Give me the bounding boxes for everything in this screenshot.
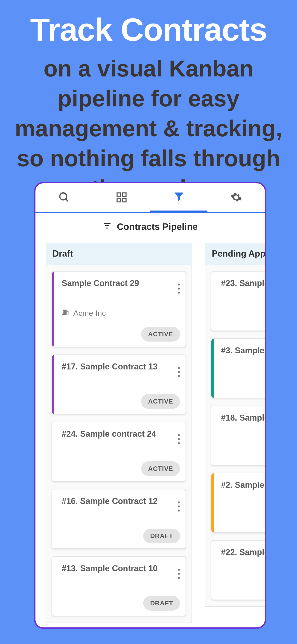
page-title: Contracts Pipeline (117, 222, 198, 232)
svg-point-20 (178, 510, 180, 512)
kebab-icon (178, 290, 180, 294)
card-title: #23. Sample contract 23 (221, 278, 266, 288)
status-pill: ACTIVE (141, 327, 180, 342)
kanban-card[interactable]: #22. Sample Contract 22 PENDING (211, 540, 266, 600)
svg-rect-4 (117, 198, 120, 202)
svg-rect-5 (122, 198, 126, 202)
card-title: #2. Sample Draft 2 (221, 480, 266, 490)
kebab-icon (178, 441, 180, 445)
svg-point-16 (178, 438, 180, 440)
card-title: #13. Sample Contract 10 (62, 564, 179, 573)
card-company-name: Acme Inc (73, 309, 106, 318)
kebab-icon (178, 374, 180, 378)
kanban-card[interactable]: #18. Sample Contract 18 PENDING (211, 406, 266, 466)
kebab-icon (178, 576, 180, 580)
svg-point-21 (178, 569, 180, 571)
card-title: #17. Sample Contract 13 (62, 362, 179, 372)
svg-point-18 (178, 502, 180, 504)
card-title: Sample Contract 29 (62, 278, 179, 288)
svg-point-10 (178, 288, 180, 290)
status-pill: ACTIVE (141, 461, 180, 476)
card-stripe (211, 473, 214, 532)
card-menu-button[interactable] (178, 569, 180, 580)
kanban-card[interactable]: #13. Sample Contract 10 DRAFT (52, 556, 186, 616)
kanban-card[interactable]: #3. Sample Contract 3 PENDING (211, 338, 266, 398)
svg-point-19 (178, 506, 180, 508)
svg-rect-2 (117, 193, 120, 196)
column-header: Pending Approval (205, 243, 266, 265)
card-menu-button[interactable] (178, 502, 180, 512)
column-body: #23. Sample contract 23 PENDING #3. Samp… (205, 265, 266, 607)
kanban-column-draft: Draft Sample Contract 29 Acme Inc ACTIVE (46, 243, 192, 623)
svg-line-1 (66, 199, 68, 202)
kanban-card[interactable]: #17. Sample Contract 13 ACTIVE (52, 354, 186, 414)
svg-point-22 (178, 573, 180, 575)
promo-subtitle: on a visual Kanban pipeline for easy man… (0, 54, 297, 203)
svg-point-13 (178, 371, 180, 373)
card-menu-button[interactable] (178, 434, 180, 445)
status-pill: DRAFT (143, 596, 180, 610)
svg-point-11 (178, 292, 180, 294)
kanban-card[interactable]: Sample Contract 29 Acme Inc ACTIVE (52, 271, 186, 347)
svg-point-15 (178, 434, 180, 436)
building-icon (62, 308, 69, 318)
search-tab[interactable] (36, 183, 93, 212)
svg-point-23 (178, 577, 180, 579)
filter-tab[interactable] (150, 183, 208, 212)
settings-tab[interactable] (208, 183, 265, 212)
card-company: Acme Inc (62, 308, 179, 318)
card-title: #16. Sample Contract 12 (62, 496, 179, 506)
column-body: Sample Contract 29 Acme Inc ACTIVE #17. … (46, 265, 192, 623)
status-pill: DRAFT (143, 528, 180, 543)
svg-point-14 (178, 375, 180, 377)
app-frame: Contracts Pipeline Draft Sample Contract… (34, 182, 266, 629)
card-stripe (52, 355, 54, 414)
svg-point-0 (60, 193, 66, 200)
card-stripe (211, 339, 214, 398)
page-title-row[interactable]: Contracts Pipeline (36, 213, 265, 240)
card-title: #18. Sample Contract 18 (221, 413, 266, 423)
card-title: #24. Sample contract 24 (62, 429, 179, 439)
kanban-board[interactable]: Draft Sample Contract 29 Acme Inc ACTIVE (36, 240, 265, 623)
svg-point-9 (178, 284, 180, 286)
top-tab-bar (36, 183, 265, 213)
grid-view-tab[interactable] (93, 183, 150, 212)
gear-icon (230, 192, 242, 204)
kanban-card[interactable]: #16. Sample Contract 12 DRAFT (52, 489, 186, 549)
card-title: #3. Sample Contract 3 (221, 346, 266, 356)
svg-point-12 (178, 367, 180, 369)
filter-lines-icon (102, 221, 112, 232)
kanban-card[interactable]: #24. Sample contract 24 ACTIVE (52, 422, 186, 482)
kanban-card[interactable]: #2. Sample Draft 2 PENDING (211, 473, 266, 533)
status-pill: ACTIVE (141, 394, 180, 409)
kebab-icon (178, 508, 180, 512)
svg-point-17 (178, 442, 180, 444)
card-stripe (52, 272, 54, 347)
card-menu-button[interactable] (178, 367, 180, 378)
promo-headline: Track Contracts (0, 13, 297, 46)
column-header: Draft (46, 243, 192, 265)
grid-icon (116, 192, 128, 204)
kanban-card[interactable]: #23. Sample contract 23 PENDING (211, 271, 266, 331)
svg-rect-3 (122, 193, 126, 196)
funnel-icon (173, 190, 185, 204)
kanban-column-pending-approval: Pending Approval #23. Sample contract 23… (205, 243, 266, 623)
search-icon (58, 192, 70, 204)
card-title: #22. Sample Contract 22 (221, 548, 266, 557)
card-menu-button[interactable] (178, 284, 180, 294)
